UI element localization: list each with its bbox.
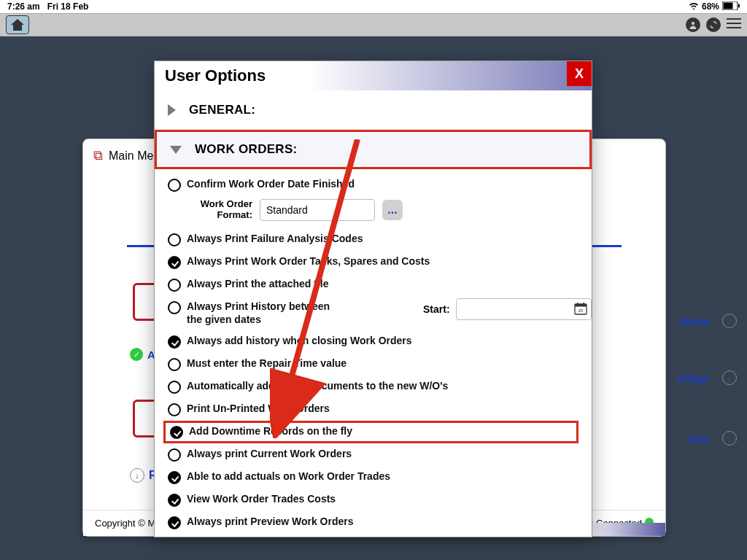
option-row[interactable]: Always print Preview Work Orders xyxy=(168,511,578,534)
chevron-down-icon xyxy=(170,146,182,154)
section-label: GENERAL: xyxy=(189,103,255,117)
download-icon: ↓ xyxy=(722,431,737,446)
link-orts[interactable]: orts ↓ xyxy=(689,431,737,446)
option-row[interactable]: Able to add actuals on Work Order Trades xyxy=(168,466,578,489)
option-row[interactable]: Always Print Work Order Tasks, Spares an… xyxy=(168,251,578,273)
hamburger-icon[interactable] xyxy=(727,18,741,31)
link-wings[interactable]: wings ↓ xyxy=(678,370,737,385)
radio-icon[interactable] xyxy=(168,179,181,192)
option-row[interactable]: Confirm Work Order Date Finished xyxy=(168,174,578,196)
section-label: WORK ORDERS: xyxy=(195,142,298,157)
download-icon: ↓ xyxy=(130,468,144,483)
work-order-format-row: Work Order Format: ... xyxy=(168,196,578,228)
dialog-title: User Options xyxy=(165,66,266,85)
close-button[interactable]: X xyxy=(567,61,592,86)
battery-pct: 68% xyxy=(702,1,719,12)
radio-icon[interactable] xyxy=(168,516,181,529)
option-row[interactable]: Always add history when closing Work Ord… xyxy=(168,330,578,353)
svg-rect-10 xyxy=(583,303,584,305)
copyright-text: Copyright © Ma xyxy=(95,518,161,529)
radio-icon[interactable] xyxy=(168,256,181,269)
download-icon: ↓ xyxy=(722,314,737,328)
sync-icon[interactable] xyxy=(706,18,721,32)
radio-icon[interactable] xyxy=(168,233,181,246)
user-icon[interactable] xyxy=(686,18,700,32)
svg-text:25: 25 xyxy=(578,308,583,313)
start-label: Start: xyxy=(423,303,450,315)
svg-rect-4 xyxy=(727,18,741,20)
option-row[interactable]: Always print Current Work Orders xyxy=(168,443,578,466)
svg-rect-6 xyxy=(727,27,741,28)
section-work-orders[interactable]: WORK ORDERS: xyxy=(155,130,592,169)
radio-icon[interactable] xyxy=(168,381,181,394)
battery-icon xyxy=(722,1,740,12)
radio-icon[interactable] xyxy=(168,494,181,507)
option-row[interactable]: Always Print the attached file xyxy=(168,273,578,296)
radio-icon[interactable] xyxy=(168,335,181,349)
svg-rect-9 xyxy=(577,303,578,305)
svg-rect-5 xyxy=(727,23,741,24)
status-time: 7:26 am xyxy=(7,1,40,12)
svg-point-3 xyxy=(692,22,694,25)
option-row[interactable]: Print Un-Printed Work Orders xyxy=(168,398,578,421)
svg-rect-2 xyxy=(738,4,740,7)
radio-icon[interactable] xyxy=(168,301,181,314)
download-icon: ↓ xyxy=(722,370,737,385)
option-row[interactable]: Automatically add Asset Documents to the… xyxy=(168,376,578,398)
dialog-header: User Options X xyxy=(155,61,592,90)
wof-more-button[interactable]: ... xyxy=(382,200,403,220)
work-orders-options: Confirm Work Order Date Finished Work Or… xyxy=(155,169,592,537)
chevron-right-icon xyxy=(168,104,176,116)
footer-gradient xyxy=(585,523,665,536)
radio-icon[interactable] xyxy=(168,471,181,484)
check-icon: ✓ xyxy=(130,348,143,361)
status-date: Fri 18 Feb xyxy=(47,1,89,12)
calendar-icon[interactable]: 25 xyxy=(574,302,587,315)
wof-input[interactable] xyxy=(260,199,375,221)
app-logo-icon: ⧉ xyxy=(93,148,103,163)
radio-icon[interactable] xyxy=(168,403,181,416)
section-general[interactable]: GENERAL: xyxy=(155,90,592,130)
svg-rect-1 xyxy=(724,2,733,9)
radio-icon[interactable] xyxy=(168,279,181,292)
start-date-input[interactable] xyxy=(456,298,592,320)
wifi-icon xyxy=(689,1,699,12)
option-row[interactable]: View Work Order Trades Costs xyxy=(168,489,578,511)
approved-indicator: ✓ A xyxy=(130,348,155,361)
app-toolbar xyxy=(0,13,747,36)
wof-label: Work Order Format: xyxy=(185,199,252,221)
radio-icon[interactable] xyxy=(170,426,183,439)
main-menu-title: Main Mer xyxy=(109,149,158,163)
svg-rect-8 xyxy=(575,304,587,307)
ios-status-bar: 7:26 am Fri 18 Feb 68% xyxy=(0,0,747,13)
link-starts[interactable]: starts ↓ xyxy=(679,314,737,328)
option-row[interactable]: Must enter the Repair Time value xyxy=(168,353,578,376)
start-date-block: Start: 25 xyxy=(423,298,592,320)
option-row-highlighted[interactable]: Add Downtime Records on the fly xyxy=(163,421,578,443)
option-row[interactable]: Always Print Failure Analysis Codes xyxy=(168,228,578,251)
radio-icon[interactable] xyxy=(168,358,181,371)
radio-icon[interactable] xyxy=(168,448,181,462)
home-button[interactable] xyxy=(6,15,29,34)
